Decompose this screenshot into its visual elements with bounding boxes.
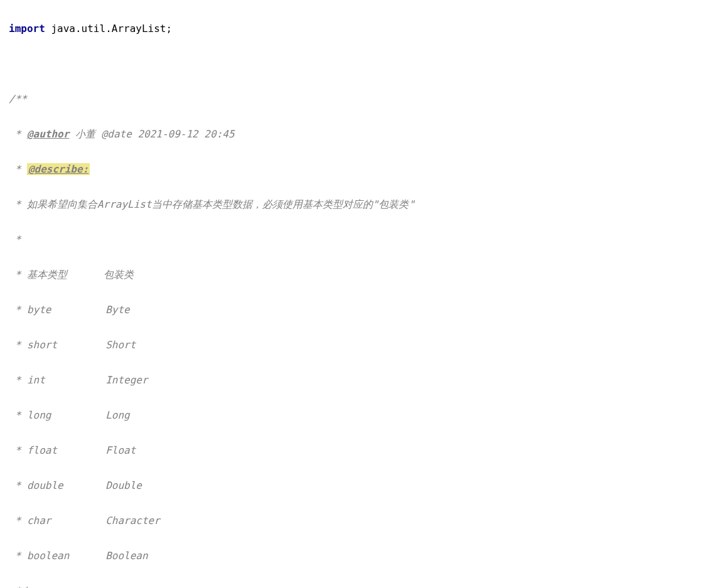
- code-line: * double Double: [3, 477, 728, 494]
- comment-text: * char Character: [9, 515, 160, 527]
- comment-text: * boolean Boolean: [9, 550, 148, 562]
- comment-start: /**: [9, 93, 27, 105]
- code-line: * @author 小董 @date 2021-09-12 20:45: [3, 126, 728, 143]
- code-editor: import java.util.ArrayList; /** * @autho…: [0, 0, 728, 588]
- code-line: */: [3, 582, 728, 588]
- code-line: *: [3, 231, 728, 249]
- comment-text: * 基本类型 包装类: [9, 269, 134, 281]
- comment-text: * long Long: [9, 409, 130, 421]
- code-line: * 基本类型 包装类: [3, 266, 728, 284]
- javadoc-author-tag: @author: [27, 128, 69, 140]
- comment-text: * byte Byte: [9, 304, 130, 316]
- code-line: import java.util.ArrayList;: [3, 20, 728, 38]
- comment-text: *: [9, 233, 21, 245]
- code-line: * char Character: [3, 512, 728, 530]
- code-line: * byte Byte: [3, 301, 728, 319]
- code-line: * 如果希望向集合ArrayList当中存储基本类型数据，必须使用基本类型对应的…: [3, 196, 728, 213]
- code-line: * boolean Boolean: [3, 547, 728, 565]
- comment-text: * short Short: [9, 339, 136, 351]
- comment-text: * double Double: [9, 479, 142, 491]
- code-line: * int Integer: [3, 372, 728, 389]
- comment-text: 小董 @date 2021-09-12 20:45: [69, 128, 234, 140]
- keyword-import: import: [9, 23, 45, 35]
- code-line: /**: [3, 90, 728, 108]
- code-line: * float Float: [3, 442, 728, 459]
- comment-text: * int Integer: [9, 374, 148, 386]
- comment-text: *: [9, 128, 27, 140]
- comment-text: * float Float: [9, 444, 136, 456]
- code-text: java.util.ArrayList;: [45, 23, 172, 35]
- code-line: * @describe:: [3, 161, 728, 178]
- javadoc-describe-tag: @describe:: [27, 163, 90, 175]
- code-line-blank: [3, 55, 728, 73]
- code-line: * short Short: [3, 336, 728, 354]
- comment-end: */: [9, 585, 27, 588]
- code-line: * long Long: [3, 407, 728, 424]
- comment-text: *: [9, 163, 27, 175]
- comment-text: * 如果希望向集合ArrayList当中存储基本类型数据，必须使用基本类型对应的…: [9, 198, 415, 210]
